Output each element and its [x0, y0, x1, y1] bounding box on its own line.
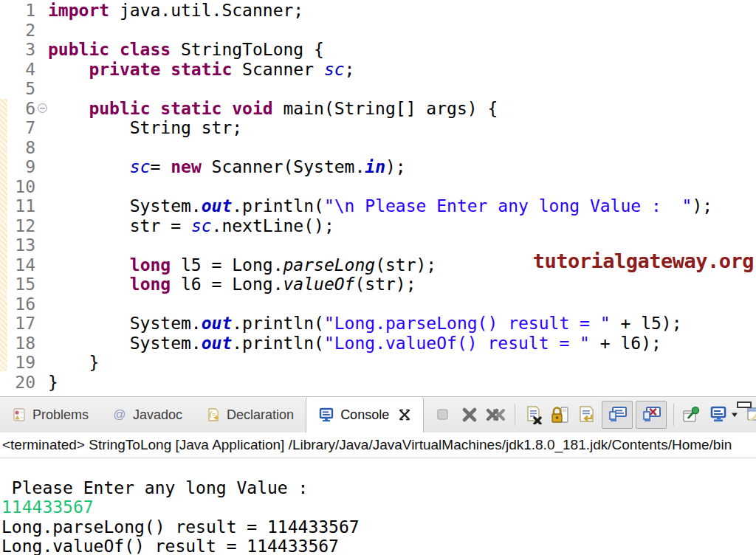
code-line[interactable]: 3public class StringToLong {: [0, 40, 756, 60]
close-console-tab-icon[interactable]: [398, 408, 411, 421]
console-stdout-line: Long.valueOf() result = 114433567: [1, 537, 756, 555]
code-line[interactable]: 5: [0, 79, 756, 99]
line-number: 13: [0, 235, 35, 255]
code-text: sc= new Scanner(System.in);: [48, 157, 406, 177]
pin-console-button[interactable]: [681, 401, 704, 429]
line-number: 15: [0, 275, 35, 294]
remove-launch-button[interactable]: [458, 401, 481, 429]
code-text: public class StringToLong {: [48, 40, 324, 60]
clear-console-button[interactable]: [522, 401, 546, 429]
code-line[interactable]: 16: [0, 294, 756, 314]
tab-declaration[interactable]: (= Declaration: [194, 397, 306, 432]
line-number: 10: [0, 177, 35, 197]
collapse-icon[interactable]: [38, 103, 47, 113]
console-stdout-line: Long.parseLong() result = 114433567: [1, 517, 756, 537]
line-number: 3: [0, 40, 35, 60]
fold-margin: [35, 373, 48, 393]
terminate-button[interactable]: [431, 401, 455, 429]
console-toolbar: [431, 401, 756, 429]
line-number: 20: [0, 373, 35, 393]
show-console-on-stdout-toggle[interactable]: [602, 401, 633, 429]
code-editor[interactable]: 1import java.util.Scanner;23public class…: [0, 0, 756, 396]
code-text: private static Scanner sc;: [48, 60, 354, 80]
console-stdout-line: Please Enter any long Value :: [1, 478, 756, 498]
code-text: }: [48, 373, 58, 393]
svg-text:(=: (=: [210, 410, 216, 418]
line-number: 19: [0, 353, 35, 373]
console-process-title: <terminated> StringToLong [Java Applicat…: [0, 432, 756, 458]
fold-margin: [35, 334, 48, 354]
line-number: 16: [0, 294, 35, 314]
code-text: String str;: [48, 118, 242, 138]
javadoc-icon: @: [112, 407, 127, 422]
display-selected-console-button[interactable]: [707, 401, 740, 429]
show-console-on-stderr-toggle[interactable]: [636, 401, 667, 429]
code-line[interactable]: 2: [0, 21, 756, 41]
fold-margin: [35, 40, 48, 60]
fold-margin: [35, 314, 48, 334]
word-wrap-button[interactable]: [575, 401, 599, 429]
fold-margin: [35, 138, 48, 158]
code-text: import java.util.Scanner;: [48, 1, 303, 21]
code-line[interactable]: 7 String str;: [0, 118, 756, 138]
code-text: long l6 = Long.valueOf(str);: [48, 275, 416, 294]
line-number: 2: [0, 21, 35, 41]
code-line[interactable]: 12 str = sc.nextLine();: [0, 216, 756, 236]
fold-margin: [35, 216, 48, 236]
code-line[interactable]: 15 long l6 = Long.valueOf(str);: [0, 275, 756, 294]
fold-margin: [35, 353, 48, 373]
line-number: 18: [0, 334, 35, 354]
console-output[interactable]: Please Enter any long Value : 114433567L…: [0, 458, 756, 555]
tab-problems-label: Problems: [32, 407, 89, 423]
fold-margin: [35, 79, 48, 99]
code-line[interactable]: 11 System.out.println("\n Please Enter a…: [0, 196, 756, 216]
toolbar-divider: [515, 404, 515, 426]
code-line[interactable]: 17 System.out.println("Long.parseLong() …: [0, 314, 756, 334]
line-number: 6: [0, 99, 35, 119]
line-number: 14: [0, 255, 35, 275]
fold-margin[interactable]: [35, 99, 48, 119]
code-line[interactable]: 4 private static Scanner sc;: [0, 60, 756, 80]
line-number: 4: [0, 60, 35, 80]
line-number: 1: [0, 1, 35, 21]
console-stdin-line: 114433567: [1, 497, 756, 517]
fold-margin: [35, 1, 48, 21]
tab-problems[interactable]: Problems: [0, 397, 100, 432]
fold-margin: [35, 157, 48, 177]
fold-margin: [35, 235, 48, 255]
code-line[interactable]: 1import java.util.Scanner;: [0, 1, 756, 21]
tab-console[interactable]: Console: [306, 397, 424, 432]
tab-javadoc[interactable]: @ Javadoc: [100, 397, 194, 432]
code-line[interactable]: 6 public static void main(String[] args)…: [0, 99, 756, 119]
fold-margin: [35, 196, 48, 216]
code-line[interactable]: 10: [0, 177, 756, 197]
fold-margin: [35, 60, 48, 80]
code-lines: 1import java.util.Scanner;23public class…: [0, 1, 756, 392]
remove-all-terminated-button[interactable]: [484, 401, 508, 429]
code-text: long l5 = Long.parseLong(str);: [48, 255, 436, 275]
code-line[interactable]: 18 System.out.println("Long.valueOf() re…: [0, 334, 756, 354]
toolbar-divider: [673, 404, 674, 426]
fold-margin: [35, 21, 48, 41]
code-text: System.out.println("Long.valueOf() resul…: [48, 334, 662, 354]
line-number: 17: [0, 314, 35, 334]
tab-console-label: Console: [340, 407, 389, 423]
fold-margin: [35, 294, 48, 314]
fold-margin: [35, 255, 48, 275]
code-text: System.out.println("\n Please Enter any …: [48, 196, 712, 216]
code-line[interactable]: 20}: [0, 373, 756, 393]
minimize-view-button[interactable]: [737, 401, 752, 408]
code-text: System.out.println("Long.parseLong() res…: [48, 314, 682, 334]
declaration-icon: (=: [206, 407, 221, 422]
code-text: public static void main(String[] args) {: [48, 99, 498, 119]
line-number: 5: [0, 79, 35, 99]
scroll-lock-button[interactable]: [549, 401, 572, 429]
code-text: }: [48, 353, 99, 373]
code-line[interactable]: 8: [0, 138, 756, 158]
line-number: 11: [0, 196, 35, 216]
code-line[interactable]: 19 }: [0, 353, 756, 373]
view-tabbar: Problems @ Javadoc (= Declaration: [0, 396, 756, 432]
svg-text:@: @: [113, 407, 126, 421]
code-line[interactable]: 9 sc= new Scanner(System.in);: [0, 157, 756, 177]
line-number: 7: [0, 118, 35, 138]
